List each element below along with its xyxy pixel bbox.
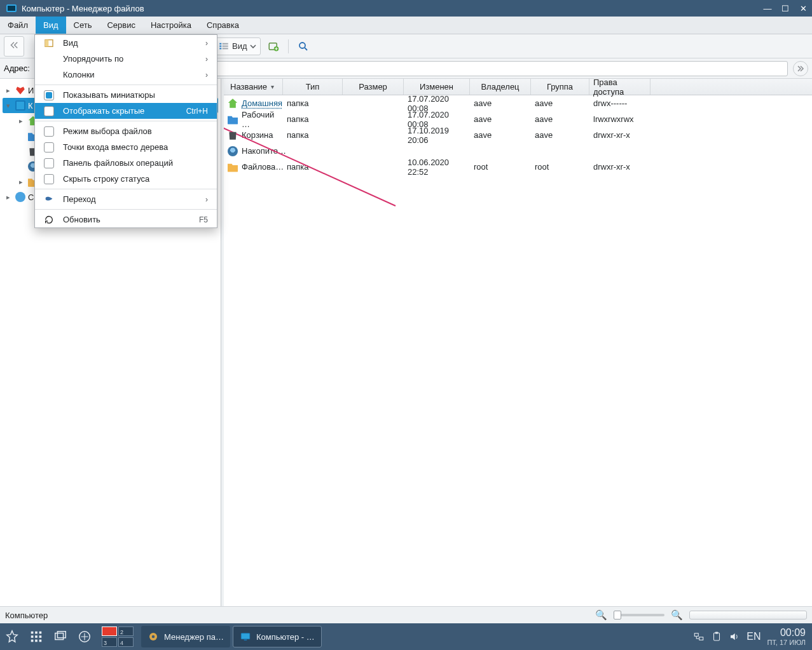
file-row[interactable]: Корзинапапка17.10.2019 20:06aaveaavedrwx… xyxy=(224,127,812,143)
file-row[interactable]: Файлова…папка10.06.2020 22:52rootrootdrw… xyxy=(224,159,812,175)
network-tray-icon[interactable] xyxy=(693,631,705,642)
close-button[interactable]: ✕ xyxy=(794,0,812,17)
dropdown-item-label: Колонки xyxy=(63,70,205,79)
cell-type: папка xyxy=(283,98,343,108)
checkbox-icon xyxy=(44,142,54,152)
home-icon xyxy=(228,98,238,109)
dropdown-item-label: Переход xyxy=(63,194,205,204)
checkbox-icon xyxy=(44,174,54,184)
clipboard-tray-icon[interactable] xyxy=(711,631,722,642)
view-mode-button[interactable]: Вид xyxy=(214,38,260,55)
dropdown-item[interactable]: Скрыть строку статуса xyxy=(35,171,217,187)
dropdown-item[interactable]: Панель файловых операций xyxy=(35,155,217,171)
desktop-circle-icon xyxy=(78,630,92,644)
zoom-out-icon[interactable]: 🔍 xyxy=(595,609,607,621)
menu-settings[interactable]: Настройка xyxy=(143,17,199,34)
chevron-right-double-icon xyxy=(797,65,804,72)
zoom-in-icon[interactable]: 🔍 xyxy=(671,609,683,621)
menu-service[interactable]: Сервис xyxy=(99,17,143,34)
dropdown-item[interactable]: Упорядочить по› xyxy=(35,51,217,67)
file-name: Рабочий … xyxy=(242,110,279,129)
dropdown-item[interactable]: Переход› xyxy=(35,191,217,207)
dropdown-item[interactable]: Точки входа вместо дерева xyxy=(35,139,217,155)
dropdown-item[interactable]: Вид› xyxy=(35,35,217,51)
menu-network[interactable]: Сеть xyxy=(66,17,100,34)
nav-back-button[interactable] xyxy=(4,36,24,57)
taskbar-app-1-label: Менеджер па… xyxy=(164,632,224,642)
show-desktop-button[interactable] xyxy=(72,623,97,650)
taskbar-app-2[interactable]: Компьютер - … xyxy=(233,626,322,647)
desktop-2[interactable]: 2 xyxy=(118,626,134,636)
tree-expand-icon[interactable]: ▸ xyxy=(17,117,25,125)
cell-group: root xyxy=(531,162,589,172)
column-header-owner[interactable]: Владелец xyxy=(470,79,531,95)
column-header-name[interactable]: Название▾ xyxy=(224,79,283,95)
file-row[interactable]: Домашняяпапка17.07.2020 00:08aaveaavedrw… xyxy=(224,95,812,111)
new-tab-button[interactable] xyxy=(263,37,284,55)
dropdown-item[interactable]: Отображать скрытыеCtrl+H xyxy=(35,103,217,119)
menu-view[interactable]: Вид xyxy=(36,17,66,34)
dropdown-item[interactable]: ОбновитьF5 xyxy=(35,212,217,227)
desktop-3[interactable]: 3 xyxy=(102,637,117,647)
taskbar-app-1[interactable]: Менеджер па… xyxy=(141,626,230,647)
dropdown-item[interactable]: Режим выбора файлов xyxy=(35,123,217,139)
cell-group: aave xyxy=(531,130,589,140)
tree-expand-icon[interactable]: ▸ xyxy=(4,86,13,95)
grid-icon xyxy=(29,630,43,644)
address-go-button[interactable] xyxy=(793,61,808,76)
apps-grid-button[interactable] xyxy=(24,623,48,650)
folder-icon xyxy=(228,162,238,172)
dropdown-shortcut: Ctrl+H xyxy=(186,107,217,116)
desktop-1[interactable] xyxy=(102,626,117,636)
chevron-right-icon: › xyxy=(205,195,217,204)
dropdown-item[interactable]: Показывать миниатюры xyxy=(35,87,217,103)
tree-expand-icon[interactable]: ▸ xyxy=(17,178,25,186)
dropdown-item-label: Показывать миниатюры xyxy=(63,90,217,100)
windows-button[interactable] xyxy=(48,623,72,650)
volume-tray-icon[interactable] xyxy=(729,631,740,642)
column-header-type[interactable]: Тип xyxy=(283,79,343,95)
svg-rect-11 xyxy=(35,632,38,634)
dropdown-separator xyxy=(35,209,217,210)
svg-rect-5 xyxy=(223,48,228,49)
svg-rect-1 xyxy=(219,45,221,46)
svg-rect-0 xyxy=(219,43,221,44)
dropdown-item[interactable]: Колонки› xyxy=(35,67,217,83)
minimize-button[interactable]: — xyxy=(759,0,776,17)
desktop-4[interactable]: 4 xyxy=(118,637,134,647)
dropdown-separator xyxy=(35,85,217,85)
chevron-right-icon: › xyxy=(205,55,217,64)
keyboard-layout[interactable]: EN xyxy=(747,631,760,642)
desktop-switcher[interactable]: 2 3 4 xyxy=(102,626,134,647)
view-menu-dropdown[interactable]: Вид›Упорядочить по›Колонки›Показывать ми… xyxy=(34,34,217,228)
layout-icon xyxy=(35,38,63,48)
column-header-modified[interactable]: Изменен xyxy=(404,79,470,95)
cell-owner: root xyxy=(470,162,531,172)
cell-type: папка xyxy=(283,130,343,140)
svg-rect-12 xyxy=(39,632,42,634)
chevron-down-icon xyxy=(250,43,256,50)
start-button[interactable] xyxy=(0,623,24,650)
tree-expand-icon[interactable]: ▾ xyxy=(4,102,13,110)
dropdown-separator xyxy=(35,121,217,121)
taskbar: 2 3 4 Менеджер па… Компьютер - … EN 00:0… xyxy=(0,623,812,650)
cell-name: Накопите… xyxy=(224,146,283,156)
svg-rect-19 xyxy=(55,633,64,640)
file-listing: Название▾ТипРазмерИзмененВладелецГруппаП… xyxy=(221,79,812,606)
column-header-group[interactable]: Группа xyxy=(531,79,589,95)
file-row[interactable]: Рабочий …папка17.07.2020 00:08aaveaavelr… xyxy=(224,111,812,127)
tree-expand-icon[interactable]: ▸ xyxy=(4,193,13,201)
zoom-slider[interactable] xyxy=(614,614,664,616)
search-button[interactable] xyxy=(293,37,313,55)
svg-rect-20 xyxy=(57,632,65,638)
clock[interactable]: 00:09 ПТ, 17 ИЮЛ xyxy=(767,627,806,646)
menu-file[interactable]: Файл xyxy=(0,17,36,34)
horizontal-scrollbar[interactable] xyxy=(689,611,807,620)
column-header-size[interactable]: Размер xyxy=(343,79,404,95)
column-header-perm[interactable]: Права доступа xyxy=(589,79,650,95)
cell-perm: drwx------ xyxy=(589,98,650,108)
status-text: Компьютер xyxy=(5,611,48,620)
file-row[interactable]: Накопите… xyxy=(224,143,812,159)
maximize-button[interactable]: ☐ xyxy=(776,0,794,17)
menu-help[interactable]: Справка xyxy=(199,17,247,34)
